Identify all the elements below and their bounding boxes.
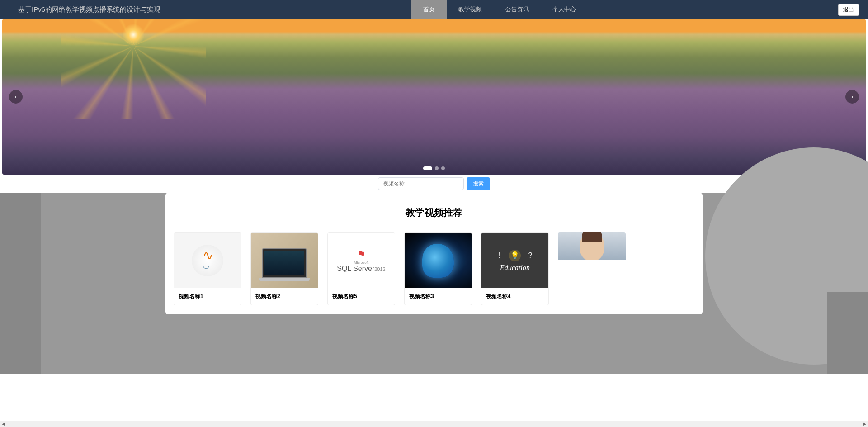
laptop-icon [262,248,307,278]
chevron-left-icon: ‹ [15,94,17,100]
video-card[interactable]: ∿ ◡ 视频名称1 [174,232,241,305]
education-icons: ! 💡 ? [494,250,536,261]
navbar: 基于IPv6的网络教学视频点播系统的设计与实现 首页 教学视频 公告资讯 个人中… [0,0,868,19]
content-wrapper: 教学视频推荐 ∿ ◡ 视频名称1 [165,193,703,314]
video-card[interactable]: 视频名称3 [404,232,472,305]
content-background: 教学视频推荐 ∿ ◡ 视频名称1 [0,193,868,374]
search-input[interactable] [378,177,464,190]
video-grid: ∿ ◡ 视频名称1 视频名称2 [165,232,703,314]
video-thumbnail [558,232,626,260]
video-thumbnail: ∿ ◡ [174,233,241,288]
logout-button[interactable]: 退出 [838,4,859,16]
carousel-indicator-2[interactable] [435,166,439,170]
carousel-indicators [423,166,445,170]
video-card[interactable]: ! 💡 ? Education 视频名称4 [481,232,549,305]
site-title: 基于IPv6的网络教学视频点播系统的设计与实现 [18,5,160,14]
search-button[interactable]: 搜索 [467,177,490,190]
nav-menu: 首页 教学视频 公告资讯 个人中心 [411,0,588,19]
carousel-prev-button[interactable]: ‹ [9,90,23,104]
video-title: 视频名称4 [481,288,548,305]
carousel: ‹ › [2,19,866,175]
video-title: 视频名称1 [174,288,241,305]
carousel-next-button[interactable]: › [845,90,859,104]
video-title: 视频名称2 [251,288,318,305]
nav-item-news[interactable]: 公告资讯 [494,0,541,19]
carousel-slide [2,19,866,175]
carousel-indicator-3[interactable] [441,166,445,170]
video-card[interactable] [558,232,626,305]
nav-item-profile[interactable]: 个人中心 [541,0,588,19]
video-card[interactable]: ⚑ Microsoft SQL Server2012 视频名称5 [327,232,395,305]
nav-item-home[interactable]: 首页 [411,0,447,19]
sql-server-icon: ⚑ [357,249,366,261]
chevron-right-icon: › [851,94,853,100]
video-card[interactable]: 视频名称2 [250,232,318,305]
carousel-indicator-1[interactable] [423,166,432,170]
video-thumbnail: ! 💡 ? Education [481,233,548,288]
video-title: 视频名称3 [405,288,472,305]
video-thumbnail [405,233,472,288]
video-thumbnail: ⚑ Microsoft SQL Server2012 [328,233,395,288]
java-icon: ∿ ◡ [192,245,223,276]
nav-item-videos[interactable]: 教学视频 [447,0,494,19]
video-title: 视频名称5 [328,288,395,305]
brain-icon [422,244,454,278]
section-title: 教学视频推荐 [165,206,703,219]
person-icon [580,232,604,260]
video-thumbnail [251,233,318,288]
